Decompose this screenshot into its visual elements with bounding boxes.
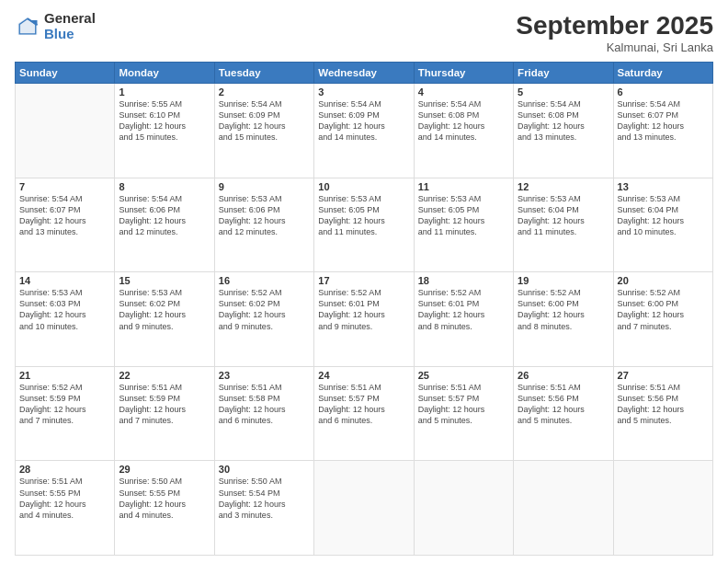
day-number: 11 — [418, 181, 509, 192]
day-info: Sunrise: 5:55 AM Sunset: 6:10 PM Dayligh… — [119, 98, 210, 144]
day-number: 21 — [19, 370, 110, 381]
table-row: 16Sunrise: 5:52 AM Sunset: 6:02 PM Dayli… — [214, 272, 313, 367]
day-info: Sunrise: 5:52 AM Sunset: 5:59 PM Dayligh… — [19, 382, 110, 427]
page: General Blue September 2025 Kalmunai, Sr… — [0, 0, 728, 563]
day-number: 10 — [318, 181, 409, 192]
calendar-week-row: 7Sunrise: 5:54 AM Sunset: 6:07 PM Daylig… — [16, 178, 713, 272]
table-row: 14Sunrise: 5:53 AM Sunset: 6:03 PM Dayli… — [16, 272, 115, 367]
day-info: Sunrise: 5:54 AM Sunset: 6:07 PM Dayligh… — [19, 193, 110, 238]
day-info: Sunrise: 5:53 AM Sunset: 6:03 PM Dayligh… — [19, 287, 110, 332]
day-number: 8 — [119, 181, 210, 192]
subtitle: Kalmunai, Sri Lanka — [516, 40, 713, 54]
day-number: 29 — [119, 464, 210, 475]
calendar-header-row: Sunday Monday Tuesday Wednesday Thursday… — [16, 63, 713, 84]
table-row: 9Sunrise: 5:53 AM Sunset: 6:06 PM Daylig… — [214, 178, 313, 272]
svg-marker-0 — [18, 17, 38, 34]
day-info: Sunrise: 5:53 AM Sunset: 6:05 PM Dayligh… — [418, 193, 509, 238]
calendar-week-row: 1Sunrise: 5:55 AM Sunset: 6:10 PM Daylig… — [16, 84, 713, 178]
table-row: 25Sunrise: 5:51 AM Sunset: 5:57 PM Dayli… — [414, 366, 513, 461]
day-number: 6 — [618, 86, 709, 98]
table-row: 21Sunrise: 5:52 AM Sunset: 5:59 PM Dayli… — [16, 366, 115, 461]
day-info: Sunrise: 5:51 AM Sunset: 5:57 PM Dayligh… — [318, 382, 409, 427]
day-info: Sunrise: 5:52 AM Sunset: 6:01 PM Dayligh… — [418, 287, 509, 332]
day-number: 19 — [518, 275, 609, 286]
day-info: Sunrise: 5:53 AM Sunset: 6:06 PM Dayligh… — [219, 193, 310, 238]
day-info: Sunrise: 5:51 AM Sunset: 5:59 PM Dayligh… — [119, 382, 210, 427]
day-number: 16 — [219, 275, 310, 286]
day-info: Sunrise: 5:52 AM Sunset: 6:00 PM Dayligh… — [618, 287, 709, 332]
day-number: 1 — [119, 86, 210, 98]
table-row: 29Sunrise: 5:50 AM Sunset: 5:55 PM Dayli… — [115, 461, 214, 556]
day-info: Sunrise: 5:51 AM Sunset: 5:55 PM Dayligh… — [19, 476, 110, 521]
day-number: 20 — [618, 275, 709, 286]
calendar-table: Sunday Monday Tuesday Wednesday Thursday… — [15, 62, 713, 556]
table-row: 13Sunrise: 5:53 AM Sunset: 6:04 PM Dayli… — [613, 178, 712, 272]
day-number: 28 — [19, 464, 110, 475]
table-row — [514, 461, 613, 556]
day-info: Sunrise: 5:54 AM Sunset: 6:06 PM Dayligh… — [119, 193, 210, 238]
day-number: 18 — [418, 275, 509, 286]
day-info: Sunrise: 5:54 AM Sunset: 6:08 PM Dayligh… — [418, 98, 509, 144]
day-info: Sunrise: 5:53 AM Sunset: 6:04 PM Dayligh… — [518, 193, 609, 238]
day-number: 15 — [119, 275, 210, 286]
day-number: 26 — [518, 370, 609, 381]
logo-icon — [15, 14, 40, 40]
header-monday: Monday — [115, 63, 214, 84]
day-info: Sunrise: 5:53 AM Sunset: 6:02 PM Dayligh… — [119, 287, 210, 332]
calendar-week-row: 14Sunrise: 5:53 AM Sunset: 6:03 PM Dayli… — [16, 272, 713, 367]
day-info: Sunrise: 5:52 AM Sunset: 6:00 PM Dayligh… — [518, 287, 609, 332]
day-number: 30 — [219, 464, 310, 475]
day-number: 22 — [119, 370, 210, 381]
table-row: 17Sunrise: 5:52 AM Sunset: 6:01 PM Dayli… — [314, 272, 414, 367]
header-thursday: Thursday — [414, 63, 513, 84]
day-number: 17 — [318, 275, 409, 286]
day-info: Sunrise: 5:50 AM Sunset: 5:55 PM Dayligh… — [119, 476, 210, 521]
logo: General Blue — [15, 11, 96, 41]
header-tuesday: Tuesday — [214, 63, 313, 84]
logo-blue: Blue — [44, 27, 96, 42]
table-row — [414, 461, 513, 556]
day-number: 3 — [318, 86, 409, 98]
table-row: 4Sunrise: 5:54 AM Sunset: 6:08 PM Daylig… — [414, 84, 513, 178]
day-number: 23 — [219, 370, 310, 381]
day-info: Sunrise: 5:51 AM Sunset: 5:57 PM Dayligh… — [418, 382, 509, 427]
day-number: 24 — [318, 370, 409, 381]
day-info: Sunrise: 5:54 AM Sunset: 6:07 PM Dayligh… — [618, 98, 709, 144]
logo-general: General — [44, 11, 96, 27]
header-friday: Friday — [514, 63, 613, 84]
day-info: Sunrise: 5:53 AM Sunset: 6:04 PM Dayligh… — [618, 193, 709, 238]
header: General Blue September 2025 Kalmunai, Sr… — [15, 11, 713, 54]
day-info: Sunrise: 5:50 AM Sunset: 5:54 PM Dayligh… — [219, 476, 310, 521]
table-row: 30Sunrise: 5:50 AM Sunset: 5:54 PM Dayli… — [214, 461, 313, 556]
table-row: 18Sunrise: 5:52 AM Sunset: 6:01 PM Dayli… — [414, 272, 513, 367]
day-number: 5 — [518, 86, 609, 98]
day-info: Sunrise: 5:54 AM Sunset: 6:09 PM Dayligh… — [318, 98, 409, 144]
table-row: 8Sunrise: 5:54 AM Sunset: 6:06 PM Daylig… — [115, 178, 214, 272]
table-row: 20Sunrise: 5:52 AM Sunset: 6:00 PM Dayli… — [613, 272, 712, 367]
day-number: 9 — [219, 181, 310, 192]
day-number: 7 — [19, 181, 110, 192]
calendar-week-row: 21Sunrise: 5:52 AM Sunset: 5:59 PM Dayli… — [16, 366, 713, 461]
table-row: 3Sunrise: 5:54 AM Sunset: 6:09 PM Daylig… — [314, 84, 414, 178]
table-row — [613, 461, 712, 556]
table-row: 5Sunrise: 5:54 AM Sunset: 6:08 PM Daylig… — [514, 84, 613, 178]
logo-text: General Blue — [44, 11, 96, 41]
day-info: Sunrise: 5:53 AM Sunset: 6:05 PM Dayligh… — [318, 193, 409, 238]
day-number: 4 — [418, 86, 509, 98]
table-row — [16, 84, 115, 178]
header-wednesday: Wednesday — [314, 63, 414, 84]
table-row: 6Sunrise: 5:54 AM Sunset: 6:07 PM Daylig… — [613, 84, 712, 178]
calendar-week-row: 28Sunrise: 5:51 AM Sunset: 5:55 PM Dayli… — [16, 461, 713, 556]
table-row: 24Sunrise: 5:51 AM Sunset: 5:57 PM Dayli… — [314, 366, 414, 461]
day-info: Sunrise: 5:54 AM Sunset: 6:08 PM Dayligh… — [518, 98, 609, 144]
table-row: 12Sunrise: 5:53 AM Sunset: 6:04 PM Dayli… — [514, 178, 613, 272]
header-saturday: Saturday — [613, 63, 712, 84]
table-row: 22Sunrise: 5:51 AM Sunset: 5:59 PM Dayli… — [115, 366, 214, 461]
table-row — [314, 461, 414, 556]
table-row: 28Sunrise: 5:51 AM Sunset: 5:55 PM Dayli… — [16, 461, 115, 556]
table-row: 15Sunrise: 5:53 AM Sunset: 6:02 PM Dayli… — [115, 272, 214, 367]
header-sunday: Sunday — [16, 63, 115, 84]
day-number: 25 — [418, 370, 509, 381]
table-row: 27Sunrise: 5:51 AM Sunset: 5:56 PM Dayli… — [613, 366, 712, 461]
day-info: Sunrise: 5:52 AM Sunset: 6:01 PM Dayligh… — [318, 287, 409, 332]
